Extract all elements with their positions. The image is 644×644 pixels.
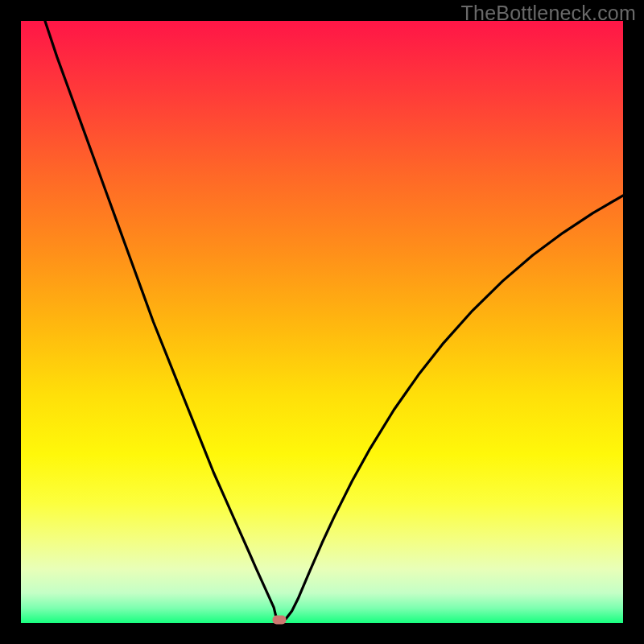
curve-path — [45, 21, 623, 620]
watermark-text: TheBottleneck.com — [461, 2, 636, 25]
chart-frame: TheBottleneck.com — [0, 0, 644, 644]
plot-area — [21, 21, 623, 623]
optimum-marker — [272, 616, 286, 625]
bottleneck-curve — [21, 21, 623, 623]
